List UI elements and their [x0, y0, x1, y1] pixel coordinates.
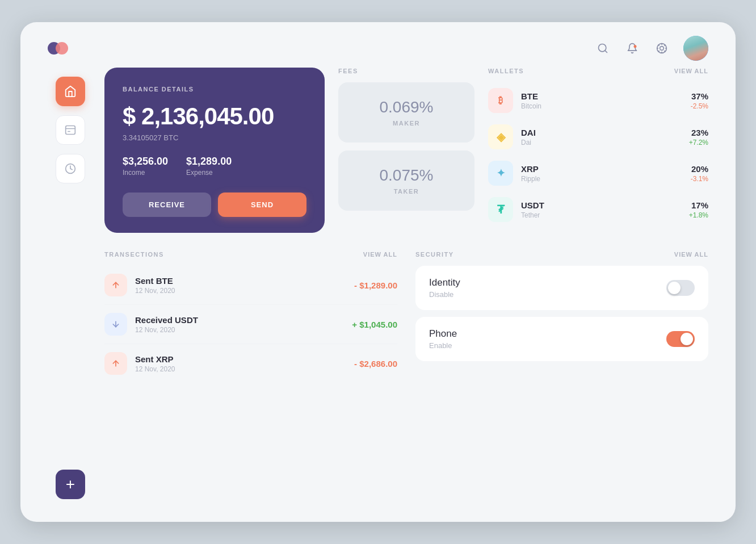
wallet-full-xrp: Ripple [521, 175, 683, 183]
send-button[interactable]: SEND [218, 193, 306, 217]
avatar[interactable] [683, 36, 708, 61]
notification-icon[interactable] [624, 40, 640, 56]
wallet-name-xrp: XRP [521, 164, 683, 174]
identity-toggle[interactable] [666, 280, 695, 296]
wallet-info-xrp: XRP Ripple [521, 164, 683, 183]
wallets-label: WALLETS [488, 68, 524, 74]
content: BALANCE DETAILS $ 2,136,045.00 3.3410502… [93, 68, 708, 504]
wallets-section: WALLETS VIEW ALL ₿ BTE Bitcoin [488, 68, 708, 228]
wallet-change-dai: +7.2% [689, 139, 708, 147]
logo-circle-right [56, 42, 68, 55]
wallet-info-dai: DAI Dai [521, 128, 681, 147]
receive-button[interactable]: RECEIVE [123, 193, 211, 217]
tx-name-tx1: Sent BTE [135, 276, 346, 286]
security-label: SECURITY [415, 251, 454, 258]
add-icon: + [66, 476, 75, 492]
security-info-phone: Phone Enable [429, 328, 457, 350]
logo-icon [48, 41, 70, 55]
wallet-pct-btc: 37% -2.5% [691, 91, 708, 110]
transactions-view-all[interactable]: VIEW ALL [363, 251, 397, 258]
tx-name-tx3: Sent XRP [135, 354, 346, 364]
header-actions [595, 36, 708, 61]
wallet-icon-xrp: ✦ [488, 161, 513, 186]
dai-symbol-icon: ◈ [497, 130, 505, 144]
expense-label: Expense [186, 169, 232, 177]
phone-toggle[interactable] [666, 331, 695, 347]
fee-taker-type: TAKER [394, 188, 419, 195]
tx-info-tx2: Received USDT 12 Nov, 2020 [135, 315, 344, 334]
wallet-item-dai: ◈ DAI Dai 23% +7.2% [488, 119, 708, 155]
wallet-item-usdt: ₮ USDT Tether 17% +1.8% [488, 191, 708, 228]
wallet-pct-main-xrp: 20% [691, 164, 708, 174]
security-info-identity: Identity Disable [429, 277, 460, 299]
sidebar-item-chart[interactable] [56, 154, 85, 183]
sidebar-item-cards[interactable] [56, 115, 85, 145]
wallets-header: WALLETS VIEW ALL [488, 68, 708, 74]
fees-label: FEES [338, 68, 474, 74]
sidebar: + [48, 68, 93, 504]
wallet-icon-btc: ₿ [488, 88, 513, 113]
balance-card: BALANCE DETAILS $ 2,136,045.00 3.3410502… [104, 68, 325, 233]
tx-info-tx1: Sent BTE 12 Nov, 2020 [135, 276, 346, 295]
transaction-item-tx2: Received USDT 12 Nov, 2020 + $1,045.00 [104, 305, 397, 344]
wallet-info-btc: BTE Bitcoin [521, 91, 683, 110]
fee-taker-card: 0.075% TAKER [338, 150, 474, 211]
tx-date-tx3: 12 Nov, 2020 [135, 365, 346, 373]
transactions-header: TRANSECTIONS VIEW ALL [104, 251, 397, 258]
tx-amount-tx2: + $1,045.00 [352, 320, 397, 329]
wallet-icon-usdt: ₮ [488, 197, 513, 222]
security-card-identity: Identity Disable [415, 266, 708, 310]
wallet-change-xrp: -3.1% [691, 175, 708, 183]
security-name-phone: Phone [429, 328, 457, 340]
svg-line-6 [665, 51, 665, 52]
tx-amount-tx3: - $2,686.00 [354, 359, 397, 369]
tx-date-tx1: 12 Nov, 2020 [135, 287, 346, 295]
wallet-icon-dai: ◈ [488, 124, 513, 149]
expense-amount: $1,289.00 [186, 156, 232, 168]
transactions-section: TRANSECTIONS VIEW ALL Sent BTE 12 Nov, 2 [104, 251, 397, 383]
balance-section-label: BALANCE DETAILS [123, 86, 306, 93]
fees-section: FEES 0.069% MAKER 0.075% TAKER [338, 68, 474, 219]
top-section: BALANCE DETAILS $ 2,136,045.00 3.3410502… [104, 68, 708, 233]
security-card-phone: Phone Enable [415, 317, 708, 361]
balance-sub: $3,256.00 Income $1,289.00 Expense [123, 156, 306, 177]
search-icon[interactable] [595, 40, 611, 56]
svg-line-1 [605, 51, 607, 53]
svg-line-10 [665, 45, 665, 45]
sidebar-item-home[interactable] [56, 77, 85, 106]
fee-maker-percent: 0.069% [380, 98, 434, 116]
wallet-pct-main-usdt: 17% [689, 200, 708, 210]
balance-btc: 3.34105027 BTC [123, 133, 306, 142]
wallet-name-dai: DAI [521, 128, 681, 137]
wallet-change-btc: -2.5% [691, 102, 708, 110]
svg-rect-11 [66, 126, 75, 135]
wallet-pct-main-btc: 37% [691, 91, 708, 101]
settings-icon[interactable] [654, 40, 670, 56]
tx-icon-tx1 [104, 274, 127, 296]
phone-toggle-knob [681, 333, 693, 345]
transaction-item-tx1: Sent BTE 12 Nov, 2020 - $1,289.00 [104, 266, 397, 305]
security-header: SECURITY VIEW ALL [415, 251, 708, 258]
svg-line-9 [658, 51, 659, 52]
svg-point-2 [634, 45, 637, 48]
security-section: SECURITY VIEW ALL Identity Disable [415, 251, 708, 383]
wallet-name-btc: BTE [521, 91, 683, 101]
wallet-change-usdt: +1.8% [689, 211, 708, 219]
tx-icon-tx2 [104, 313, 127, 336]
tx-name-tx2: Received USDT [135, 315, 344, 325]
avatar-image [683, 36, 708, 61]
fee-taker-percent: 0.075% [380, 166, 434, 185]
usdt-symbol-icon: ₮ [497, 203, 505, 216]
tx-icon-tx3 [104, 352, 127, 375]
security-view-all[interactable]: VIEW ALL [674, 251, 708, 258]
wallet-full-btc: Bitcoin [521, 102, 683, 110]
transactions-label: TRANSECTIONS [104, 251, 164, 258]
security-status-identity: Disable [429, 290, 460, 299]
tx-info-tx3: Sent XRP 12 Nov, 2020 [135, 354, 346, 373]
wallet-pct-main-dai: 23% [689, 128, 708, 137]
balance-expense: $1,289.00 Expense [186, 156, 232, 177]
wallets-view-all[interactable]: VIEW ALL [674, 68, 708, 74]
wallet-full-usdt: Tether [521, 211, 681, 219]
add-button[interactable]: + [56, 470, 85, 499]
fee-maker-type: MAKER [393, 120, 420, 127]
